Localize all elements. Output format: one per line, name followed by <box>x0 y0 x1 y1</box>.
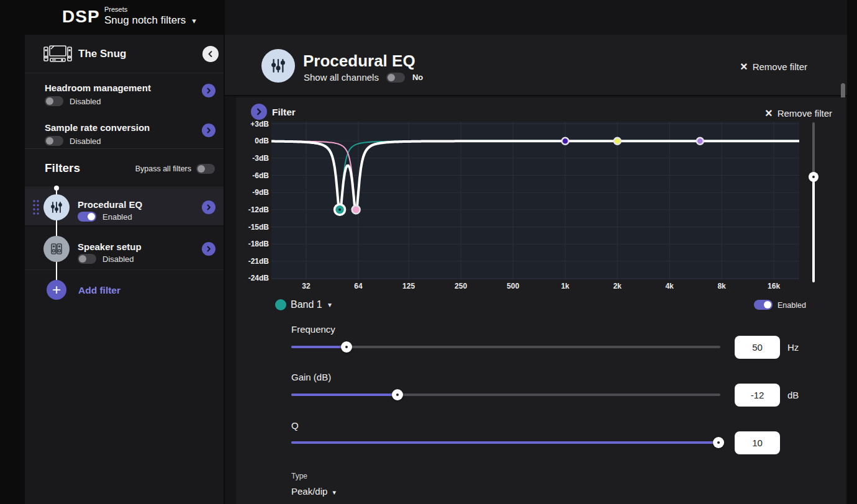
main-content: Procedural EQ Show all channels No × Rem… <box>225 0 847 504</box>
chart-vertical-slider[interactable] <box>806 122 821 282</box>
band-handle-4[interactable] <box>614 138 621 145</box>
sample-rate-toggle[interactable] <box>45 136 63 146</box>
type-dropdown[interactable]: Peak/dip▾ <box>291 486 336 497</box>
chart-background <box>271 122 799 280</box>
q-control: Q <box>236 420 846 464</box>
headroom-toggle[interactable] <box>45 96 63 106</box>
x-tick-label: 32 <box>294 282 319 290</box>
band-handle-5[interactable] <box>697 138 704 145</box>
gain-slider-knob[interactable] <box>392 389 403 400</box>
plus-icon[interactable]: + <box>47 280 66 300</box>
chevron-right-icon[interactable] <box>202 200 215 214</box>
y-axis-labels: +3dB0dB-3dB-6dB-9dB-12dB-15dB-18dB-21dB-… <box>236 122 269 281</box>
speaker-setup-toggle[interactable] <box>78 254 96 264</box>
gain-slider[interactable] <box>291 394 720 396</box>
filters-title: Filters <box>45 161 80 175</box>
filters-header: Filters Bypass all filters <box>25 149 224 187</box>
drag-handle-icon[interactable] <box>32 199 40 218</box>
band-enabled-toggle[interactable] <box>754 300 773 310</box>
device-row: The Snug <box>25 35 224 73</box>
band-handle-3[interactable] <box>562 138 569 145</box>
frequency-control: Frequency Hz <box>236 324 846 367</box>
y-tick-label: -15dB <box>236 223 269 232</box>
sidebar-item-headroom-management[interactable]: Headroom management Disabled <box>25 74 224 114</box>
y-tick-label: -3dB <box>236 154 269 163</box>
y-tick-label: -9dB <box>236 188 269 197</box>
show-all-channels-toggle[interactable] <box>386 73 405 83</box>
q-slider-knob[interactable] <box>713 437 724 448</box>
band-handle-center-dot <box>338 209 341 211</box>
home-theater-icon <box>43 45 72 66</box>
x-tick-label: 64 <box>346 282 371 290</box>
y-tick-label: -12dB <box>236 205 269 214</box>
gain-input[interactable] <box>735 384 780 407</box>
x-tick-label: 500 <box>501 282 525 290</box>
x-axis-labels: 32641252505001k2k4k8k16k <box>271 282 799 292</box>
frequency-slider-knob[interactable] <box>341 341 352 353</box>
add-filter-row[interactable]: + Add filter <box>25 271 224 308</box>
vertical-slider-fill[interactable] <box>812 177 815 282</box>
presets-label: Presets <box>104 6 196 13</box>
speaker-setup-icon <box>43 236 70 262</box>
filter-chain-start-dot <box>54 186 59 191</box>
q-slider[interactable] <box>291 441 720 444</box>
chevron-right-icon[interactable] <box>202 124 215 137</box>
bypass-all-filters-toggle[interactable] <box>196 164 215 174</box>
app-root: DSP Presets Snug notch filters▾ ⚙ The Sn… <box>0 0 857 504</box>
filter-expand-button[interactable] <box>251 104 267 120</box>
y-tick-label: +3dB <box>236 120 269 128</box>
gain-label: Gain (dB) <box>291 372 331 382</box>
add-filter-label[interactable]: Add filter <box>78 285 120 296</box>
frequency-slider[interactable] <box>291 346 720 348</box>
q-label: Q <box>291 420 299 431</box>
chevron-down-icon: ▾ <box>192 16 196 25</box>
x-tick-label: 125 <box>396 282 421 290</box>
chevron-right-icon[interactable] <box>202 84 215 97</box>
item-label: Speaker setup <box>78 241 142 252</box>
chevron-down-icon[interactable]: ▾ <box>328 300 332 309</box>
vertical-slider-track[interactable] <box>812 122 815 177</box>
filter-section-title: Filter <box>272 107 296 118</box>
show-all-channels-label: Show all channels <box>304 72 379 83</box>
close-icon: × <box>765 107 773 119</box>
remove-filter-button[interactable]: × Remove filter <box>740 60 807 73</box>
q-input[interactable] <box>735 431 780 454</box>
eq-response-chart[interactable] <box>271 122 799 280</box>
preset-name: Snug notch filters <box>104 14 186 26</box>
filter-panel: Filter × Remove filter +3dB0dB-3dB-6dB-9… <box>236 97 846 504</box>
x-tick-label: 8k <box>709 282 734 290</box>
procedural-eq-toggle[interactable] <box>78 212 96 222</box>
type-control: Type Peak/dip▾ <box>291 472 336 497</box>
item-label: Procedural EQ <box>78 199 142 210</box>
x-tick-label: 250 <box>448 282 473 290</box>
band-color-dot <box>275 299 286 310</box>
sidebar-item-procedural-eq[interactable]: Procedural EQ Enabled <box>25 188 224 227</box>
sidebar-item-speaker-setup[interactable]: Speaker setup Disabled <box>25 228 224 270</box>
chevron-right-icon[interactable] <box>202 242 215 256</box>
remove-filter-button[interactable]: × Remove filter <box>765 107 832 119</box>
y-tick-label: -18dB <box>236 240 269 248</box>
y-tick-label: 0dB <box>236 137 269 145</box>
x-tick-label: 2k <box>605 282 630 290</box>
preset-selector[interactable]: Presets Snug notch filters▾ <box>104 6 196 27</box>
sidebar-item-sample-rate-conversion[interactable]: Sample rate conversion Disabled <box>25 114 224 149</box>
bypass-all-filters-label: Bypass all filters <box>135 164 191 173</box>
y-tick-label: -6dB <box>236 171 269 180</box>
band-handle-2[interactable] <box>352 205 360 214</box>
item-status: Disabled <box>70 137 101 146</box>
y-tick-label: -24dB <box>236 274 269 282</box>
device-name: The Snug <box>78 48 126 60</box>
frequency-unit: Hz <box>787 342 799 353</box>
item-status: Enabled <box>102 212 132 222</box>
sidebar-collapse-button[interactable] <box>202 46 219 62</box>
vertical-slider-knob[interactable] <box>809 172 818 182</box>
app-logo: DSP <box>62 7 100 27</box>
band-selector[interactable]: Band 1 <box>291 299 322 310</box>
procedural-eq-header: Procedural EQ Show all channels No × Rem… <box>225 35 847 96</box>
gain-unit: dB <box>787 390 799 400</box>
sidebar: The Snug Headroom management Disabled Sa… <box>25 35 224 504</box>
frequency-input[interactable] <box>735 336 780 359</box>
type-label: Type <box>291 472 336 480</box>
item-status: Disabled <box>102 254 134 264</box>
frequency-label: Frequency <box>291 324 335 335</box>
